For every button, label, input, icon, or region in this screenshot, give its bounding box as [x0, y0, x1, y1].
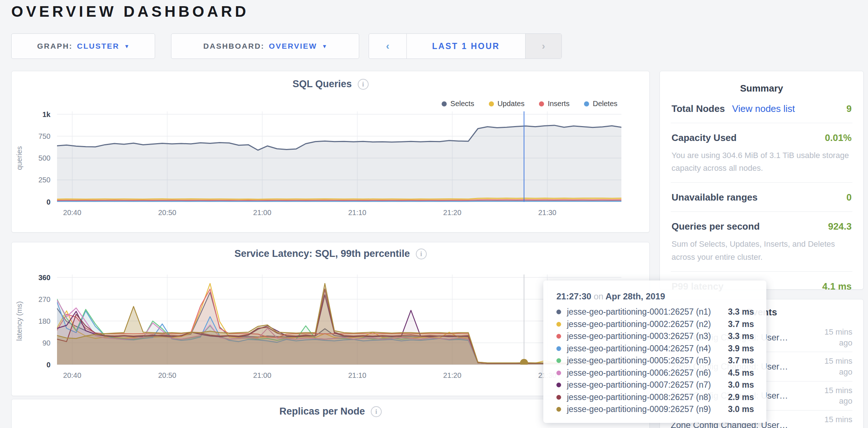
svg-text:latency (ms): latency (ms): [15, 301, 23, 341]
event-timestamp: 15 mins ago: [810, 327, 852, 348]
node-latency-value: 3.0 ms: [728, 404, 754, 414]
chevron-left-icon: ‹: [386, 40, 389, 52]
svg-text:20:50: 20:50: [158, 371, 176, 379]
series-dot-icon: [556, 371, 561, 375]
summary-title: Summary: [671, 83, 852, 94]
chart-tooltip: 21:27:30 on Apr 28th, 2019 jesse-geo-par…: [543, 280, 766, 423]
chart-legend: SelectsUpdatesInsertsDeletes: [442, 100, 617, 108]
svg-text:0: 0: [46, 361, 50, 369]
legend-label: Inserts: [548, 100, 569, 108]
summary-row-qps: Queries per second 924.3: [671, 212, 852, 241]
node-label: jesse-geo-partitioning-0001:26257 (n1): [567, 307, 719, 317]
tooltip-on: on: [594, 291, 604, 301]
svg-text:20:40: 20:40: [63, 209, 81, 217]
event-timestamp: 15 mins ago: [810, 414, 852, 428]
chart-title: Service Latency: SQL, 99th percentile: [234, 248, 410, 259]
view-nodes-list-link[interactable]: View nodes list: [732, 103, 795, 114]
chart-title: SQL Queries: [292, 78, 352, 90]
sql-queries-chart-card: 02505007501k20:4020:5021:0021:1021:2021:…: [11, 71, 650, 233]
unavailable-ranges-label: Unavailable ranges: [672, 192, 758, 203]
total-nodes-value: 9: [847, 103, 852, 114]
dashboard-dropdown-value: OVERVIEW: [269, 42, 317, 51]
svg-text:0: 0: [46, 198, 50, 206]
svg-text:21:10: 21:10: [348, 209, 366, 217]
tooltip-timestamp: 21:27:30 on Apr 28th, 2019: [556, 291, 754, 302]
svg-text:20:40: 20:40: [63, 371, 81, 379]
node-label: jesse-geo-partitioning-0007:26257 (n7): [567, 380, 719, 390]
node-latency-value: 3.7 ms: [728, 319, 754, 329]
svg-text:750: 750: [38, 132, 50, 140]
svg-text:250: 250: [38, 176, 50, 184]
tooltip-row: jesse-geo-partitioning-0008:26257 (n8)2.…: [556, 391, 754, 404]
time-window-range-button[interactable]: LAST 1 HOUR: [407, 34, 525, 58]
queries-per-second-label: Queries per second: [672, 221, 760, 232]
info-icon[interactable]: [358, 79, 369, 90]
svg-text:360: 360: [38, 274, 50, 282]
series-dot-icon: [556, 358, 561, 363]
node-latency-value: 4.5 ms: [728, 368, 754, 378]
node-label: jesse-geo-partitioning-0005:26257 (n5): [567, 356, 719, 366]
node-latency-value: 3.7 ms: [728, 356, 754, 366]
svg-text:21:00: 21:00: [253, 209, 271, 217]
capacity-used-label: Capacity Used: [672, 132, 737, 144]
legend-item-deletes[interactable]: Deletes: [584, 100, 617, 108]
series-dot-icon: [556, 310, 561, 314]
legend-item-inserts[interactable]: Inserts: [539, 100, 569, 108]
tooltip-row: jesse-geo-partitioning-0009:26257 (n9)3.…: [556, 403, 754, 416]
legend-label: Selects: [450, 100, 474, 108]
series-dot-icon: [556, 322, 561, 327]
info-icon[interactable]: [371, 406, 382, 417]
graph-dropdown[interactable]: GRAPH: CLUSTER ▾: [11, 33, 155, 59]
node-label: jesse-geo-partitioning-0008:26257 (n8): [567, 392, 719, 402]
chevron-right-icon: ›: [542, 40, 545, 52]
capacity-used-value: 0.01%: [825, 132, 852, 144]
series-dot-icon: [556, 383, 561, 387]
svg-text:21:20: 21:20: [443, 371, 461, 379]
graph-dropdown-label: GRAPH:: [37, 42, 73, 51]
svg-text:21:20: 21:20: [443, 209, 461, 217]
time-window-selector: ‹ LAST 1 HOUR ›: [369, 33, 562, 59]
chevron-down-icon: ▾: [323, 43, 327, 50]
legend-dot-icon: [442, 101, 447, 106]
tooltip-row: jesse-geo-partitioning-0005:26257 (n5)3.…: [556, 355, 754, 367]
total-nodes-label: Total Nodes: [672, 103, 725, 114]
event-timestamp: 15 mins ago: [810, 356, 852, 377]
tooltip-row: jesse-geo-partitioning-0004:26257 (n4)3.…: [556, 343, 754, 355]
time-window-next-button[interactable]: ›: [525, 34, 561, 58]
tooltip-node-list: jesse-geo-partitioning-0001:26257 (n1)3.…: [556, 306, 754, 416]
time-window-prev-button[interactable]: ‹: [369, 34, 407, 58]
graph-dropdown-value: CLUSTER: [77, 42, 119, 51]
legend-dot-icon: [539, 101, 544, 106]
legend-item-selects[interactable]: Selects: [442, 100, 474, 108]
node-label: jesse-geo-partitioning-0009:26257 (n9): [567, 404, 719, 414]
tooltip-row: jesse-geo-partitioning-0002:26257 (n2)3.…: [556, 318, 754, 331]
summary-row-capacity: Capacity Used 0.01%: [671, 123, 852, 152]
series-dot-icon: [556, 407, 561, 412]
sql-queries-chart-canvas[interactable]: 02505007501k20:4020:5021:0021:1021:2021:…: [12, 71, 649, 232]
tooltip-time: 21:27:30: [556, 291, 591, 301]
info-icon[interactable]: [416, 249, 427, 259]
node-latency-value: 3.9 ms: [728, 344, 754, 354]
tooltip-row: jesse-geo-partitioning-0007:26257 (n7)3.…: [556, 379, 754, 391]
legend-label: Deletes: [593, 100, 617, 108]
page-title: OVERVIEW DASHBOARD: [11, 3, 249, 20]
node-label: jesse-geo-partitioning-0004:26257 (n4): [567, 344, 719, 354]
svg-text:21:30: 21:30: [538, 209, 556, 217]
svg-text:500: 500: [38, 154, 50, 162]
summary-row-unavailable-ranges: Unavailable ranges 0: [671, 183, 852, 212]
summary-panel: Summary Total Nodes View nodes list 9 Ca…: [660, 71, 864, 290]
unavailable-ranges-value: 0: [847, 192, 852, 203]
svg-text:20:50: 20:50: [158, 209, 176, 217]
tooltip-row: jesse-geo-partitioning-0006:26257 (n6)4.…: [556, 367, 754, 379]
node-latency-value: 3.3 ms: [728, 331, 754, 341]
queries-per-second-value: 924.3: [828, 221, 852, 232]
chart-title: Replicas per Node: [279, 406, 365, 417]
legend-label: Updates: [498, 100, 525, 108]
summary-row-total-nodes: Total Nodes View nodes list 9: [671, 94, 852, 123]
node-label: jesse-geo-partitioning-0003:26257 (n3): [567, 331, 719, 341]
qps-caption: Sum of Selects, Updates, Inserts, and De…: [671, 238, 852, 271]
legend-item-updates[interactable]: Updates: [489, 100, 525, 108]
svg-text:270: 270: [38, 295, 50, 303]
dashboard-dropdown[interactable]: DASHBOARD: OVERVIEW ▾: [171, 33, 359, 59]
svg-text:21:10: 21:10: [348, 371, 366, 379]
